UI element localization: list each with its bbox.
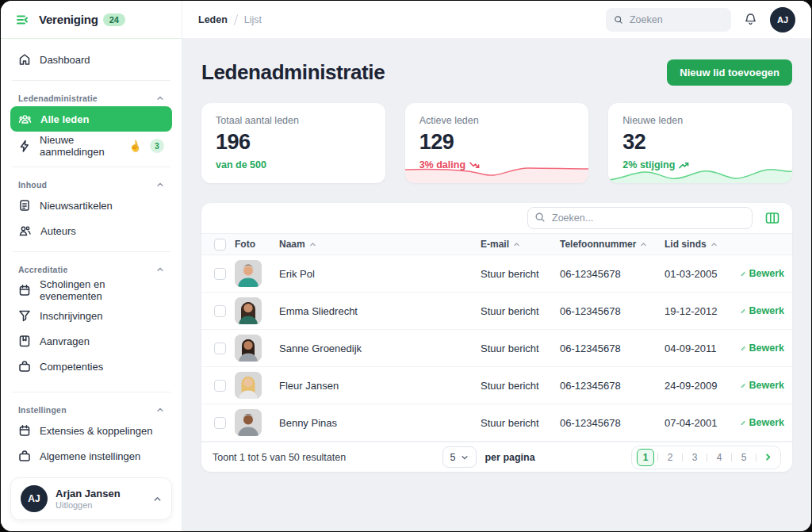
- page-button-2[interactable]: 2: [661, 449, 679, 466]
- sidebar-item-nieuwsartikelen[interactable]: Nieuwsartikelen: [10, 193, 172, 218]
- stat-cards: Totaal aantal leden 196 van de 500 Actie…: [201, 103, 792, 183]
- row-checkbox[interactable]: [214, 268, 226, 280]
- page-button-3[interactable]: 3: [686, 449, 703, 466]
- stat-value: 32: [622, 130, 778, 155]
- col-header-telefoonnummer[interactable]: Telefoonnummer: [560, 239, 665, 250]
- table-row[interactable]: Erik Pol Stuur bericht 06-12345678 01-03…: [201, 255, 792, 293]
- trend-up-icon: [679, 161, 689, 170]
- sort-asc-icon: [309, 241, 316, 248]
- sidebar-item-label: Competenties: [40, 361, 103, 373]
- sidebar-divider: [12, 251, 170, 252]
- sidebar-item-scholingen[interactable]: Scholingen en evenementen: [10, 277, 172, 303]
- table-row[interactable]: Fleur Jansen Stuur bericht 06-12345678 2…: [201, 367, 792, 404]
- col-header-foto: Foto: [235, 239, 279, 250]
- page-button-1[interactable]: 1: [637, 449, 654, 466]
- section-label-text: Inhoud: [18, 180, 47, 189]
- col-header-email[interactable]: E-mail: [481, 239, 560, 250]
- col-header-lid-sinds[interactable]: Lid sinds: [665, 239, 741, 250]
- next-page-button[interactable]: [760, 453, 776, 461]
- sidebar-item-algemene-instellingen[interactable]: Algemene instellingen: [10, 443, 172, 469]
- member-email-action[interactable]: Stuur bericht: [481, 305, 560, 317]
- member-email-action[interactable]: Stuur bericht: [481, 380, 560, 392]
- stat-value: 196: [216, 130, 371, 155]
- edit-member-button[interactable]: Bewerk: [741, 305, 784, 316]
- member-phone: 06-12345678: [560, 417, 665, 429]
- sidebar-item-alle-leden[interactable]: Alle leden: [10, 106, 172, 132]
- member-since: 01-03-2005: [665, 268, 741, 280]
- columns-toggle-button[interactable]: [764, 210, 781, 226]
- breadcrumb-separator: [234, 14, 238, 25]
- global-search[interactable]: [606, 8, 731, 32]
- members-icon: [18, 113, 32, 126]
- chevron-up-icon: [153, 495, 162, 503]
- sidebar-item-competenties[interactable]: Competenties: [10, 354, 172, 379]
- row-checkbox[interactable]: [214, 417, 226, 429]
- member-email-action[interactable]: Stuur bericht: [481, 343, 560, 354]
- logout-label[interactable]: Uitloggen: [56, 500, 145, 510]
- page-button-4[interactable]: 4: [710, 449, 728, 466]
- section-ledenadministratie[interactable]: Ledenadministratie: [10, 89, 172, 106]
- stat-label: Nieuwe leden: [622, 115, 778, 126]
- user-card[interactable]: AJ Arjan Jansen Uitloggen: [10, 477, 172, 520]
- sidebar-item-label: Auteurs: [40, 225, 76, 237]
- trend-down-icon: [469, 161, 480, 170]
- user-name: Arjan Jansen: [56, 488, 145, 499]
- breadcrumb-root[interactable]: Leden: [198, 14, 228, 25]
- breadcrumb-current: Lijst: [244, 14, 262, 25]
- cursor-pointer-hand: ☝: [127, 139, 142, 153]
- sidebar-item-inschrijvingen[interactable]: Inschrijvingen: [10, 303, 172, 328]
- sidebar-item-dashboard[interactable]: Dashboard: [10, 47, 172, 72]
- chevron-up-icon: [156, 266, 164, 274]
- app-window: Vereniging 24 Dashboard Ledenadministrat…: [1, 1, 811, 531]
- member-name: Benny Pinas: [279, 417, 481, 429]
- sidebar-item-label: Extensies & koppelingen: [40, 425, 152, 437]
- sidebar-divider: [12, 80, 170, 81]
- table-row[interactable]: Emma Sliedrecht Stuur bericht 06-1234567…: [201, 293, 792, 330]
- section-instellingen[interactable]: Instellingen: [10, 400, 172, 418]
- page-button-5[interactable]: 5: [735, 449, 753, 466]
- table-search[interactable]: [527, 207, 753, 229]
- topbar-avatar[interactable]: AJ: [770, 7, 795, 33]
- edit-member-button[interactable]: Bewerk: [741, 343, 784, 354]
- sort-asc-icon: [710, 241, 718, 248]
- topbar: Leden Lijst AJ: [182, 1, 811, 39]
- global-search-input[interactable]: [630, 14, 723, 25]
- select-all-checkbox[interactable]: [214, 239, 226, 251]
- member-email-action[interactable]: Stuur bericht: [481, 268, 560, 280]
- sidebar-item-label: Aanvragen: [40, 335, 90, 347]
- col-header-naam[interactable]: Naam: [279, 239, 481, 250]
- member-phone: 06-12345678: [560, 305, 665, 317]
- row-checkbox[interactable]: [214, 380, 226, 392]
- page-size-select[interactable]: 5: [442, 446, 477, 468]
- stat-label: Totaal aantal leden: [216, 115, 371, 126]
- sort-asc-icon: [513, 241, 520, 248]
- section-accreditatie[interactable]: Accreditatie: [10, 260, 172, 277]
- edit-member-button[interactable]: Bewerk: [741, 268, 784, 279]
- member-name: Erik Pol: [279, 268, 481, 280]
- row-checkbox[interactable]: [214, 305, 226, 317]
- member-name: Fleur Jansen: [279, 380, 481, 392]
- chevron-down-icon: [461, 454, 469, 461]
- edit-member-button[interactable]: Bewerk: [741, 380, 784, 391]
- sidebar-item-label: Algemene instellingen: [40, 450, 140, 462]
- table-row[interactable]: Sanne Groenedijk Stuur bericht 06-123456…: [201, 330, 792, 367]
- member-photo: [235, 297, 262, 324]
- row-checkbox[interactable]: [214, 343, 226, 354]
- edit-member-button[interactable]: Bewerk: [741, 417, 784, 428]
- authors-icon: [18, 224, 32, 238]
- bell-icon[interactable]: [744, 13, 757, 26]
- sidebar-item-auteurs[interactable]: Auteurs: [10, 218, 172, 243]
- sidebar-item-extensies[interactable]: Extensies & koppelingen: [10, 418, 172, 443]
- add-member-button[interactable]: Nieuw lid toevoegen: [667, 59, 792, 86]
- stat-sub: van de 500: [216, 159, 266, 170]
- member-name: Sanne Groenedijk: [279, 343, 481, 354]
- member-email-action[interactable]: Stuur bericht: [481, 417, 560, 429]
- sidebar-item-aanvragen[interactable]: Aanvragen: [10, 328, 172, 354]
- member-name: Emma Sliedrecht: [279, 305, 481, 317]
- table-search-input[interactable]: [527, 207, 753, 229]
- pagination: 1 2 3 4 5: [631, 446, 781, 469]
- table-row[interactable]: Benny Pinas Stuur bericht 06-12345678 07…: [201, 404, 792, 442]
- collapse-menu-icon[interactable]: [15, 13, 29, 27]
- section-inhoud[interactable]: Inhoud: [10, 175, 172, 193]
- sidebar-item-nieuwe-aanmeldingen[interactable]: Nieuwe aanmeldingen ☝ 3: [10, 133, 172, 159]
